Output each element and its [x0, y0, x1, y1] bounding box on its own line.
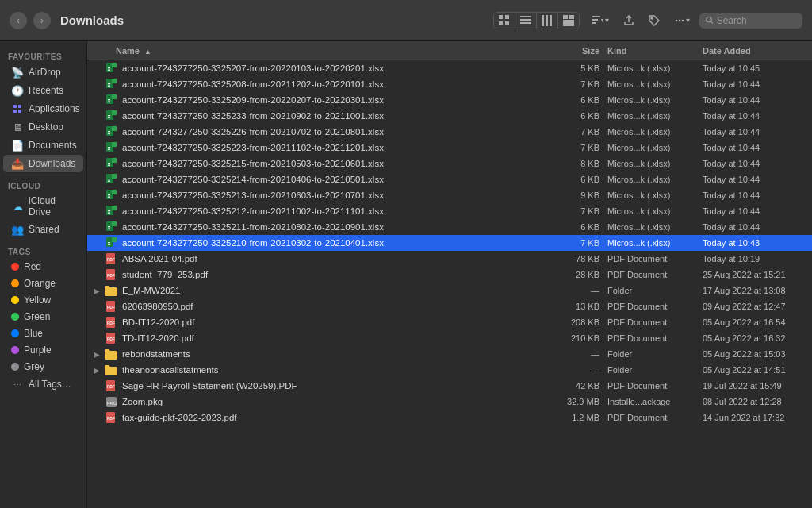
- view-list-button[interactable]: [515, 13, 537, 29]
- xlsx-icon: X: [105, 173, 117, 186]
- downloads-icon: 📥: [11, 157, 24, 170]
- table-row[interactable]: PDF Sage HR Payroll Statement (W20259).P…: [87, 378, 812, 394]
- svg-rect-12: [569, 15, 574, 19]
- table-row[interactable]: X account-7243277250-3325208-from-202112…: [87, 76, 812, 92]
- table-row[interactable]: ▶ rebondstatments — Folder 05 Aug 2022 a…: [87, 346, 812, 362]
- disclosure-triangle[interactable]: ▶: [94, 366, 105, 375]
- svg-point-17: [651, 17, 653, 19]
- table-row[interactable]: PDF tax-guide-pkf-2022-2023.pdf 1.2 MB P…: [87, 410, 812, 425]
- file-size: 28 KB: [552, 270, 607, 279]
- table-row[interactable]: X account-7243277250-3325212-from-202110…: [87, 203, 812, 219]
- file-kind: Folder: [607, 365, 703, 375]
- svg-rect-26: [18, 110, 21, 113]
- svg-text:X: X: [107, 83, 110, 87]
- table-row[interactable]: PKG Zoom.pkg 32.9 MB Installe...ackage 0…: [87, 394, 812, 410]
- table-row[interactable]: X account-7243277250-3325214-from-202104…: [87, 171, 812, 187]
- table-row[interactable]: X account-7243277250-3325211-from-202108…: [87, 219, 812, 235]
- search-input[interactable]: [717, 15, 796, 26]
- titlebar: ‹ › Downloads ▾: [0, 0, 812, 41]
- svg-text:PDF: PDF: [107, 416, 115, 421]
- file-date: Today at 10:44: [703, 111, 806, 121]
- table-row[interactable]: X account-7243277250-3325233-from-202109…: [87, 108, 812, 124]
- sidebar-item-purple[interactable]: Purple: [3, 342, 83, 358]
- table-row[interactable]: X account-7243277250-3325223-from-202111…: [87, 140, 812, 156]
- tag-button[interactable]: [644, 12, 665, 29]
- back-button[interactable]: ‹: [10, 12, 27, 29]
- sidebar-item-applications[interactable]: Applications: [3, 100, 83, 117]
- xlsx-icon: X: [105, 62, 117, 75]
- col-kind-header[interactable]: Kind: [607, 46, 703, 56]
- view-grid-button[interactable]: [494, 13, 515, 29]
- table-row[interactable]: PDF BD-IT12-2020.pdf 208 KB PDF Document…: [87, 314, 812, 330]
- table-row[interactable]: ▶ E_M-MW2021 — Folder 17 Aug 2022 at 13:…: [87, 283, 812, 298]
- svg-rect-15: [592, 22, 596, 24]
- svg-rect-11: [563, 15, 568, 19]
- xlsx-icon: X: [105, 125, 117, 138]
- sidebar-item-documents[interactable]: 📄 Documents: [3, 137, 83, 154]
- sidebar-item-grey[interactable]: Grey: [3, 359, 83, 375]
- table-row[interactable]: ▶ theanoonacalistatments — Folder 05 Aug…: [87, 362, 812, 378]
- view-columns-button[interactable]: [537, 13, 558, 29]
- table-row[interactable]: PDF ABSA 2021-04.pdf 78 KB PDF Document …: [87, 251, 812, 267]
- file-name: account-7243277250-3325208-from-20211202…: [122, 79, 552, 89]
- table-row[interactable]: X account-7243277250-3325210-from-202103…: [87, 235, 812, 251]
- share-button[interactable]: [619, 12, 639, 29]
- col-name-header[interactable]: Name ▲: [94, 46, 552, 56]
- sidebar-item-blue[interactable]: Blue: [3, 325, 83, 341]
- file-name: BD-IT12-2020.pdf: [122, 318, 552, 327]
- sidebar-item-label: Recents: [29, 85, 63, 96]
- action-button[interactable]: ▾: [669, 12, 695, 29]
- view-gallery-button[interactable]: [558, 13, 579, 29]
- file-size: —: [552, 286, 607, 295]
- sidebar-item-label: iCloud Drive: [29, 195, 75, 217]
- sidebar-item-red[interactable]: Red: [3, 259, 83, 275]
- file-kind: Micros...k (.xlsx): [607, 79, 703, 89]
- col-date-header[interactable]: Date Added: [703, 46, 806, 56]
- svg-text:X: X: [107, 98, 110, 103]
- sidebar-item-recents[interactable]: 🕐 Recents: [3, 82, 83, 99]
- sidebar-item-green[interactable]: Green: [3, 309, 83, 325]
- table-row[interactable]: X account-7243277250-3325215-from-202105…: [87, 156, 812, 171]
- sidebar-item-label: Shared: [29, 224, 59, 235]
- search-box: [699, 13, 802, 29]
- file-date: 14 Jun 2022 at 17:32: [703, 413, 806, 422]
- table-row[interactable]: X account-7243277250-3325207-from-202201…: [87, 60, 812, 76]
- svg-text:X: X: [107, 194, 110, 198]
- table-row[interactable]: X account-7243277250-3325226-from-202107…: [87, 124, 812, 140]
- forward-button[interactable]: ›: [33, 12, 51, 29]
- table-row[interactable]: X account-7243277250-3325209-from-202202…: [87, 92, 812, 108]
- sidebar-item-yellow[interactable]: Yellow: [3, 292, 83, 308]
- file-name: tax-guide-pkf-2022-2023.pdf: [122, 413, 552, 422]
- disclosure-triangle[interactable]: ▶: [94, 350, 105, 359]
- sidebar-item-airdrop[interactable]: 📡 AirDrop: [3, 64, 83, 81]
- file-list: X account-7243277250-3325207-from-202201…: [87, 60, 812, 508]
- file-size: 5 KB: [552, 64, 607, 73]
- col-size-header[interactable]: Size: [552, 46, 607, 56]
- sidebar-item-downloads[interactable]: 📥 Downloads: [3, 155, 83, 172]
- table-row[interactable]: X account-7243277250-3325213-from-202106…: [87, 187, 812, 203]
- xlsx-icon: X: [105, 141, 117, 154]
- sidebar-item-label: Purple: [24, 344, 52, 356]
- table-row[interactable]: PDF 62063980950.pdf 13 KB PDF Document 0…: [87, 298, 812, 314]
- sidebar-item-all-tags[interactable]: ⋯ All Tags…: [3, 375, 83, 393]
- sort-button[interactable]: ▾: [588, 12, 614, 29]
- table-row[interactable]: PDF TD-IT12-2020.pdf 210 KB PDF Document…: [87, 330, 812, 346]
- table-row[interactable]: PDF student_779_253.pdf 28 KB PDF Docume…: [87, 267, 812, 283]
- file-date: 09 Aug 2022 at 12:47: [703, 302, 806, 311]
- file-name: E_M-MW2021: [122, 286, 552, 295]
- red-tag-dot: [11, 263, 19, 271]
- disclosure-triangle[interactable]: ▶: [94, 287, 105, 295]
- sidebar-item-icloud-drive[interactable]: ☁ iCloud Drive: [3, 193, 83, 220]
- sidebar-item-shared[interactable]: 👥 Shared: [3, 221, 83, 238]
- xlsx-icon: X: [105, 205, 117, 217]
- sidebar-item-orange[interactable]: Orange: [3, 275, 83, 291]
- xlsx-icon: X: [105, 189, 117, 202]
- file-name: account-7243277250-3325223-from-20211102…: [122, 143, 552, 152]
- svg-rect-43: [112, 142, 117, 147]
- file-date: Today at 10:44: [703, 175, 806, 184]
- orange-tag-dot: [11, 279, 19, 287]
- file-date: Today at 10:44: [703, 206, 806, 216]
- sidebar-item-desktop[interactable]: 🖥 Desktop: [3, 118, 83, 136]
- svg-rect-49: [112, 174, 117, 179]
- file-name: Zoom.pkg: [122, 397, 552, 406]
